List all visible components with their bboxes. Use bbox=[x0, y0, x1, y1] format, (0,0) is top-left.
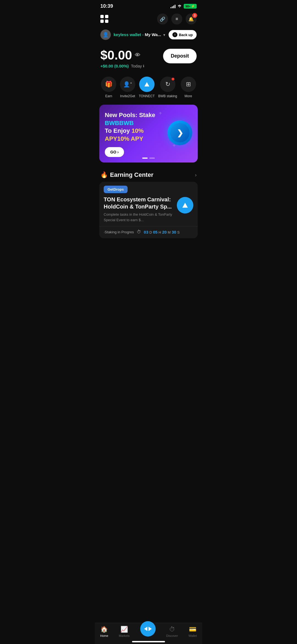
notification-button[interactable]: 🔔 3 bbox=[186, 13, 197, 25]
warning-icon: ! bbox=[172, 32, 177, 37]
earning-card-title: TON Ecosystem Carnival: HoldCoin & TonPa… bbox=[104, 196, 174, 210]
wallet-selector[interactable]: 👤 keyless wallet - My Wa... ▾ bbox=[100, 29, 165, 40]
staking-progress-label: ·Staking in Progres bbox=[104, 230, 134, 234]
earning-card-desc: Complete tasks in the HoldCoin & TonPart… bbox=[104, 212, 174, 223]
grid-icon: ⊞ bbox=[186, 81, 191, 88]
promo-title: New Pools: Stake BWBBWB To Enjoy 10% APY… bbox=[105, 111, 167, 143]
earn-label: Earn bbox=[105, 94, 112, 98]
fire-emoji: 🔥 bbox=[100, 171, 108, 178]
wallet-name-display: keyless wallet - My Wa... ▾ bbox=[114, 32, 165, 37]
banner-dots bbox=[142, 158, 155, 159]
bwb-icon-wrap: ↻ bbox=[160, 77, 175, 92]
earning-content: TON Ecosystem Carnival: HoldCoin & TonPa… bbox=[99, 196, 198, 226]
top-nav: 🔗 ≡ 🔔 3 bbox=[95, 11, 202, 27]
balance-amount: $0.00 👁 bbox=[100, 48, 144, 63]
logo-grid-icon bbox=[100, 15, 109, 23]
action-buttons-row: 🎁 Earn 👤+ Invite2Get TONNECT ↻ BWB staki… bbox=[95, 71, 202, 100]
battery-indicator: 98+ ⚡ bbox=[184, 4, 197, 9]
deco-plus-1: + bbox=[159, 110, 162, 117]
banner-dot-1 bbox=[142, 158, 148, 159]
status-bar: 10:39 98+ ⚡ bbox=[95, 0, 202, 11]
timer-value: 03 D 05 H 20 M 30 S bbox=[144, 230, 180, 234]
balance-change-label: Today ℹ bbox=[131, 64, 144, 68]
more-icon-wrap: ⊞ bbox=[181, 77, 196, 92]
action-more[interactable]: ⊞ More bbox=[181, 77, 196, 98]
wallet-name-suffix: My Wa... bbox=[145, 32, 161, 37]
earning-center-chevron-icon: › bbox=[195, 172, 197, 178]
action-bwb[interactable]: ↻ BWB staking bbox=[158, 77, 177, 98]
wifi-icon bbox=[177, 4, 182, 8]
balance-section: $0.00 👁 +$0.00 (0.00%) Today ℹ Deposit bbox=[95, 42, 202, 71]
staking-icon: ↻ bbox=[165, 81, 170, 88]
wallet-avatar: 👤 bbox=[100, 29, 111, 40]
bwb-label: BWB staking bbox=[158, 94, 177, 98]
person-add-icon: 👤+ bbox=[123, 81, 132, 88]
earning-text: TON Ecosystem Carnival: HoldCoin & TonPa… bbox=[104, 196, 174, 223]
chevron-down-icon: ▾ bbox=[163, 33, 165, 37]
wallet-header: 👤 keyless wallet - My Wa... ▾ ! Back up bbox=[95, 27, 202, 42]
wallet-keyless-label: keyless wallet - bbox=[114, 32, 144, 37]
getdrops-badge: GetDrops bbox=[104, 186, 128, 193]
more-label: More bbox=[185, 94, 192, 98]
menu-icon: ≡ bbox=[175, 17, 178, 21]
promo-go-button[interactable]: GO › bbox=[105, 147, 124, 157]
ton-triangle-icon bbox=[182, 203, 188, 208]
info-icon: ℹ bbox=[143, 64, 144, 68]
action-earn[interactable]: 🎁 Earn bbox=[101, 77, 116, 98]
status-icons: 98+ ⚡ bbox=[170, 4, 197, 9]
tonnect-icon-wrap bbox=[139, 77, 155, 92]
invite-label: Invite2Get bbox=[120, 94, 135, 98]
hide-balance-icon[interactable]: 👁 bbox=[135, 52, 140, 58]
deposit-button[interactable]: Deposit bbox=[163, 49, 197, 63]
tonnect-label: TONNECT bbox=[139, 94, 155, 98]
coin-arrow-icon: ❯ bbox=[177, 128, 183, 137]
timer-icon: ⏱ bbox=[137, 229, 141, 234]
earning-timer-row: ·Staking in Progres ⏱ 03 D 05 H 20 M 30 … bbox=[99, 226, 198, 238]
menu-button[interactable]: ≡ bbox=[171, 13, 182, 25]
earning-center-title: 🔥 Earning Center bbox=[100, 171, 153, 178]
status-time: 10:39 bbox=[100, 3, 113, 9]
app-logo[interactable] bbox=[100, 15, 109, 23]
gift-icon: 🎁 bbox=[105, 81, 112, 88]
banner-dot-2 bbox=[149, 158, 155, 159]
earning-card[interactable]: GetDrops TON Ecosystem Carnival: HoldCoi… bbox=[99, 182, 198, 238]
action-invite[interactable]: 👤+ Invite2Get bbox=[120, 77, 135, 98]
balance-left: $0.00 👁 +$0.00 (0.00%) Today ℹ bbox=[100, 48, 144, 68]
earning-center-header[interactable]: 🔥 Earning Center › bbox=[95, 167, 202, 182]
balance-change-value: +$0.00 (0.00%) bbox=[100, 64, 129, 68]
invite-icon-wrap: 👤+ bbox=[120, 77, 135, 92]
svg-point-0 bbox=[179, 7, 180, 7]
promo-banner[interactable]: + + New Pools: Stake BWBBWB To Enjoy 10%… bbox=[99, 105, 198, 163]
backup-button[interactable]: ! Back up bbox=[169, 30, 197, 39]
link-icon: 🔗 bbox=[160, 17, 165, 22]
link-button[interactable]: 🔗 bbox=[157, 13, 168, 25]
earning-ton-icon bbox=[177, 197, 193, 213]
balance-change: +$0.00 (0.00%) Today ℹ bbox=[100, 64, 144, 68]
earn-icon-wrap: 🎁 bbox=[101, 77, 116, 92]
action-tonnect[interactable]: TONNECT bbox=[139, 77, 155, 98]
promo-coin-graphic: ❯ bbox=[167, 120, 192, 148]
notification-badge: 3 bbox=[192, 13, 197, 18]
signal-icon bbox=[170, 4, 175, 8]
bwb-notification-dot bbox=[172, 78, 174, 80]
tonnect-logo-icon bbox=[142, 79, 152, 89]
ton-logo-icon bbox=[179, 199, 191, 211]
earning-center-label: Earning Center bbox=[110, 171, 153, 178]
nav-right-buttons: 🔗 ≡ 🔔 3 bbox=[157, 13, 197, 25]
promo-content-left: New Pools: Stake BWBBWB To Enjoy 10% APY… bbox=[105, 111, 167, 157]
promo-highlight-bwb: BWB bbox=[105, 120, 119, 126]
